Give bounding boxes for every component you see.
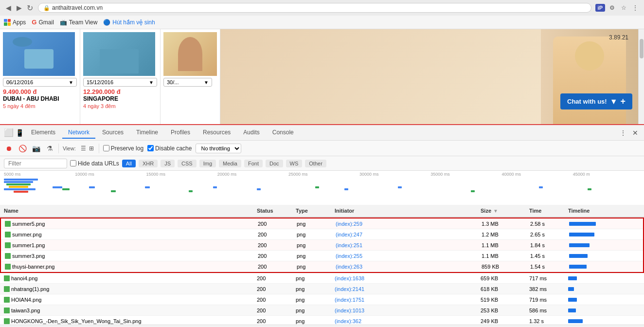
filter-js-btn[interactable]: JS <box>161 160 175 167</box>
teamviewer-bookmark[interactable]: 📺 Team View <box>60 19 97 26</box>
apps-bookmark[interactable]: Apps <box>4 19 26 26</box>
tab-audits[interactable]: Audits <box>237 127 265 139</box>
menu-icon[interactable]: ⋮ <box>630 3 640 13</box>
devtools-inspect-btn[interactable]: ⬜ <box>4 128 14 138</box>
table-row[interactable]: hanoi4.png 200 png (index):1638 659 KB 7… <box>0 273 644 284</box>
devtools-device-btn[interactable]: 📱 <box>15 128 24 138</box>
tab-console[interactable]: Console <box>267 127 300 139</box>
filter-img-btn[interactable]: Img <box>199 160 216 167</box>
chat-widget[interactable]: Chat with us! ▼ + <box>560 93 632 109</box>
timeline-bar <box>569 233 594 236</box>
row-name: taiwan3.png <box>11 308 40 313</box>
table-row[interactable]: summer1.png 200 png (index):251 1.1 MB 1… <box>1 240 643 251</box>
hide-data-urls-label[interactable]: Hide data URLs <box>70 160 119 167</box>
view-large-btn[interactable]: ⊞ <box>88 144 95 153</box>
table-row[interactable]: taiwan3.png 200 png (index):1013 253 KB … <box>0 305 644 316</box>
highlighted-group: summer5.png 200 png (index):259 1.3 MB 2… <box>0 218 644 273</box>
address-bar[interactable]: 🔒 anthaitravel.com.vn <box>38 3 591 13</box>
forward-button[interactable]: ▶ <box>15 3 23 12</box>
row-timeline <box>568 294 640 305</box>
row-name: summer1.png <box>12 242 45 248</box>
date-dropdown-1[interactable]: 06/12/2016 ▼ <box>3 78 77 87</box>
status-bar: 87 requests | 10.6 MB transferred | Fini… <box>0 325 644 327</box>
row-size: 1.2 MB <box>482 232 530 237</box>
tl-label-2: 10000 ms <box>75 172 146 177</box>
filter-ws-btn[interactable]: WS <box>286 160 303 167</box>
disable-cache-checkbox[interactable] <box>147 145 154 151</box>
row-timeline <box>568 316 640 325</box>
reload-button[interactable]: ↻ <box>25 3 34 12</box>
table-row[interactable]: summer.png 200 png (index):247 1.2 MB 2.… <box>1 229 643 240</box>
row-type: png <box>297 264 336 270</box>
row-initiator: (index):259 <box>336 221 482 227</box>
card-sub-1: 5 ngày 4 đêm <box>3 103 77 109</box>
bookmark-icon[interactable]: ☆ <box>619 3 628 13</box>
table-row[interactable]: thuysi-banner.png 200 png (index):263 85… <box>1 261 643 272</box>
filter-doc-btn[interactable]: Doc <box>266 160 283 167</box>
filter-input[interactable] <box>4 159 67 168</box>
throttle-select[interactable]: No throttling <box>196 144 241 153</box>
view-list-btn[interactable]: ☰ <box>80 144 87 153</box>
clear-button[interactable]: 🚫 <box>18 144 27 153</box>
filter-css-btn[interactable]: CSS <box>178 160 197 167</box>
table-row[interactable]: summer5.png 200 png (index):259 1.3 MB 2… <box>1 218 643 229</box>
filter-button[interactable]: ⚗ <box>45 144 54 153</box>
row-size: 659 KB <box>481 275 529 281</box>
tl-label-1: 5000 ms <box>4 172 75 177</box>
timeline-bar <box>568 287 574 291</box>
record-button[interactable]: ⏺ <box>4 144 14 153</box>
col-header-size: Size ▼ <box>481 208 529 214</box>
chat-label: Chat with us! <box>567 98 607 105</box>
date-dropdown-2[interactable]: 15/12/2016 ▼ <box>83 78 157 87</box>
preserve-log-checkbox[interactable] <box>103 145 109 151</box>
sort-icon: ▼ <box>493 208 498 214</box>
tab-timeline[interactable]: Timeline <box>130 127 164 139</box>
devtools-close-btn[interactable]: ✕ <box>630 128 640 138</box>
tab-elements[interactable]: Elements <box>25 127 61 139</box>
table-row[interactable]: nhatrang(1).png 200 png (index):2141 618… <box>0 284 644 294</box>
png-icon <box>5 264 11 270</box>
row-type: png <box>296 308 335 313</box>
devtools-overflow-btn[interactable]: ⋮ <box>618 128 628 138</box>
timeline-bar <box>568 276 577 280</box>
row-initiator: (index):1638 <box>335 275 481 281</box>
filter-xhr-btn[interactable]: XHR <box>139 160 158 167</box>
tab-profiles[interactable]: Profiles <box>165 127 196 139</box>
hide-data-urls-checkbox[interactable] <box>70 160 76 166</box>
row-initiator: (index):1751 <box>335 297 481 303</box>
row-initiator: (index):362 <box>335 318 481 324</box>
camera-button[interactable]: 📷 <box>31 144 41 153</box>
row-name: HOIAN4.png <box>11 297 41 303</box>
row-timeline <box>568 284 640 294</box>
tab-sources[interactable]: Sources <box>96 127 129 139</box>
filter-all-btn[interactable]: All <box>122 160 136 167</box>
png-icon <box>4 297 10 303</box>
row-timeline <box>569 229 639 239</box>
row-status: 200 <box>258 221 297 227</box>
timeline-bar <box>569 265 587 269</box>
hut-bookmark[interactable]: 🔵 Hút hầm vệ sinh <box>103 19 155 26</box>
bookmarks-bar: Apps G Gmail 📺 Team View 🔵 Hút hầm vệ si… <box>0 16 644 29</box>
tab-network[interactable]: Network <box>62 127 95 139</box>
filter-media-btn[interactable]: Media <box>219 160 241 167</box>
table-row[interactable]: summer3.png 200 png (index):255 1.1 MB 1… <box>1 251 643 261</box>
card-title-2: SINGAPORE <box>83 95 157 102</box>
tl-label-4: 20000 ms <box>217 172 288 177</box>
row-type: png <box>296 275 335 281</box>
website-scrollbar[interactable] <box>638 29 644 124</box>
timeline-bar <box>569 243 590 247</box>
tab-resources[interactable]: Resources <box>197 127 236 139</box>
filter-font-btn[interactable]: Font <box>244 160 263 167</box>
table-row[interactable]: HOIAN4.png 200 png (index):1751 519 KB 7… <box>0 294 644 305</box>
preserve-log-label[interactable]: Preserve log <box>103 145 143 152</box>
gmail-bookmark[interactable]: G Gmail <box>32 18 54 26</box>
timeline-bar <box>568 319 583 323</box>
table-row[interactable]: HONGKONG_-Den_Sik_Sik_Yuen_Wong_Tai_Sin.… <box>0 316 644 325</box>
disable-cache-label[interactable]: Disable cache <box>147 145 192 152</box>
filter-other-btn[interactable]: Other <box>305 160 326 167</box>
date-dropdown-3[interactable]: 30/... ▼ <box>163 78 212 87</box>
row-status: 200 <box>258 232 297 237</box>
devtools-header: ⬜ 📱 Elements Network Sources Timeline Pr… <box>0 125 644 141</box>
row-time: 1.32 s <box>529 318 568 324</box>
back-button[interactable]: ◀ <box>4 3 13 12</box>
